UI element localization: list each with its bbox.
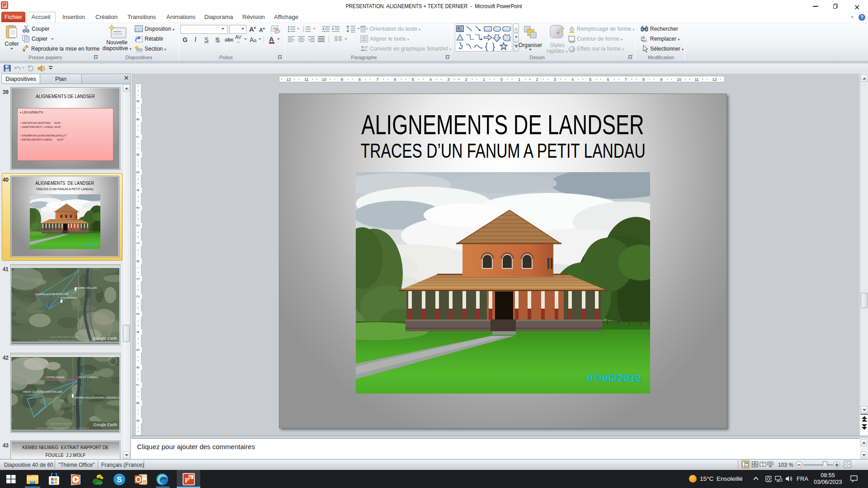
svg-text:HOCHKIRCH: HOCHKIRCH: [60, 296, 76, 299]
svg-text:KEMBS HALLEN: KEMBS HALLEN: [76, 286, 97, 289]
svg-text:A: A: [366, 27, 368, 31]
svg-text:07/06/2012: 07/06/2012: [85, 244, 99, 246]
svg-text:ac: ac: [643, 38, 647, 42]
svg-text:3: 3: [303, 30, 304, 32]
svg-text:Image Landsat / Copernicus: Image Landsat / Copernicus: [50, 422, 72, 425]
svg-text:WITTELSHEIM: WITTELSHEIM: [46, 376, 64, 379]
svg-text:A: A: [458, 26, 460, 30]
svg-text:07/06/2012: 07/06/2012: [587, 372, 642, 384]
svg-text:Data SIO, NOAA, U.S. Navy, NGA: Data SIO, NOAA, U.S. Navy, NGA, GEBCO 47…: [36, 427, 89, 429]
svg-text:CHAPELLE STE APOLLINE: CHAPELLE STE APOLLINE: [35, 293, 69, 296]
svg-text:PETIT LANDAU: PETIT LANDAU: [79, 376, 98, 379]
svg-text:Donnees cartographiques 2023: Donnees cartographiques 2023 47 40 15.25…: [38, 339, 94, 342]
svg-text:Imagerie 2023 Landsat / Copern: Imagerie 2023 Landsat / Copernicus: [50, 336, 79, 338]
svg-text:Google Earth: Google Earth: [93, 422, 117, 427]
svg-text:S: S: [117, 475, 122, 484]
svg-text:Google Earth: Google Earth: [93, 336, 117, 341]
svg-text:VIEUX CLOCHER DIETWILLER: VIEUX CLOCHER DIETWILLER: [23, 390, 62, 393]
svg-text:P: P: [185, 477, 189, 484]
svg-text:KEMBS HALLEN/KAPELLDENFELD: KEMBS HALLEN/KAPELLDENFELD: [75, 396, 119, 399]
svg-text:Aa: Aa: [273, 26, 278, 31]
